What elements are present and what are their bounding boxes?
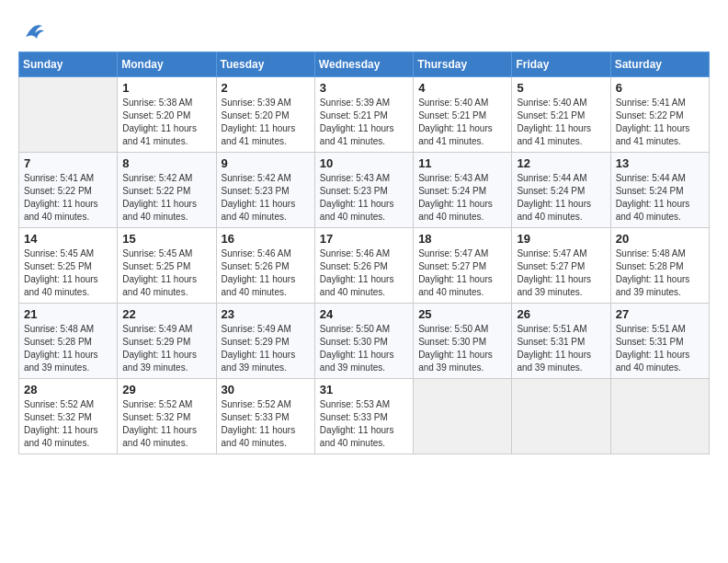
logo [18,18,46,44]
calendar-cell [610,379,709,454]
calendar-cell: 28Sunrise: 5:52 AM Sunset: 5:32 PM Dayli… [19,379,118,454]
day-number: 12 [517,156,605,170]
day-number: 28 [24,383,112,396]
day-info: Sunrise: 5:39 AM Sunset: 5:20 PM Dayligh… [222,97,310,148]
calendar-cell [19,77,118,153]
day-number: 4 [418,81,506,95]
day-number: 26 [517,307,605,321]
day-info: Sunrise: 5:39 AM Sunset: 5:21 PM Dayligh… [320,97,408,148]
calendar-cell: 12Sunrise: 5:44 AM Sunset: 5:24 PM Dayli… [512,153,610,228]
day-number: 21 [24,307,112,321]
calendar-cell: 20Sunrise: 5:48 AM Sunset: 5:28 PM Dayli… [610,228,709,304]
day-number: 27 [616,307,704,321]
day-info: Sunrise: 5:41 AM Sunset: 5:22 PM Dayligh… [616,97,704,148]
logo-icon [20,18,46,44]
day-info: Sunrise: 5:40 AM Sunset: 5:21 PM Dayligh… [418,97,506,148]
day-info: Sunrise: 5:38 AM Sunset: 5:20 PM Dayligh… [122,97,210,148]
calendar-cell: 13Sunrise: 5:44 AM Sunset: 5:24 PM Dayli… [610,153,709,228]
calendar-cell: 21Sunrise: 5:48 AM Sunset: 5:28 PM Dayli… [19,304,118,379]
day-info: Sunrise: 5:52 AM Sunset: 5:33 PM Dayligh… [222,398,310,450]
day-info: Sunrise: 5:47 AM Sunset: 5:27 PM Dayligh… [418,247,506,299]
day-info: Sunrise: 5:50 AM Sunset: 5:30 PM Dayligh… [320,323,408,374]
calendar-cell: 9Sunrise: 5:42 AM Sunset: 5:23 PM Daylig… [216,153,314,228]
day-number: 3 [320,81,408,95]
day-info: Sunrise: 5:47 AM Sunset: 5:27 PM Dayligh… [517,247,605,299]
day-number: 23 [222,307,310,321]
day-info: Sunrise: 5:43 AM Sunset: 5:24 PM Dayligh… [418,172,506,224]
day-info: Sunrise: 5:41 AM Sunset: 5:22 PM Dayligh… [24,172,112,224]
day-info: Sunrise: 5:40 AM Sunset: 5:21 PM Dayligh… [517,97,605,148]
day-number: 9 [222,156,310,170]
calendar-week-row: 7Sunrise: 5:41 AM Sunset: 5:22 PM Daylig… [19,153,710,228]
day-number: 8 [122,156,210,170]
day-info: Sunrise: 5:46 AM Sunset: 5:26 PM Dayligh… [222,247,310,299]
calendar-week-row: 21Sunrise: 5:48 AM Sunset: 5:28 PM Dayli… [19,304,710,379]
calendar-cell: 4Sunrise: 5:40 AM Sunset: 5:21 PM Daylig… [414,77,512,153]
day-info: Sunrise: 5:49 AM Sunset: 5:29 PM Dayligh… [222,323,310,374]
day-number: 15 [122,232,210,246]
calendar-week-row: 28Sunrise: 5:52 AM Sunset: 5:32 PM Dayli… [19,379,710,454]
day-info: Sunrise: 5:53 AM Sunset: 5:33 PM Dayligh… [320,398,408,450]
weekday-header-thursday: Thursday [414,52,512,77]
calendar-cell: 17Sunrise: 5:46 AM Sunset: 5:26 PM Dayli… [314,228,413,304]
day-info: Sunrise: 5:50 AM Sunset: 5:30 PM Dayligh… [418,323,506,374]
weekday-header-friday: Friday [512,52,610,77]
day-info: Sunrise: 5:48 AM Sunset: 5:28 PM Dayligh… [616,247,704,299]
calendar-cell: 6Sunrise: 5:41 AM Sunset: 5:22 PM Daylig… [610,77,709,153]
calendar-week-row: 1Sunrise: 5:38 AM Sunset: 5:20 PM Daylig… [19,77,710,153]
day-number: 29 [122,383,210,396]
calendar-cell: 10Sunrise: 5:43 AM Sunset: 5:23 PM Dayli… [314,153,413,228]
calendar-cell: 11Sunrise: 5:43 AM Sunset: 5:24 PM Dayli… [414,153,512,228]
day-number: 13 [616,156,704,170]
day-info: Sunrise: 5:45 AM Sunset: 5:25 PM Dayligh… [122,247,210,299]
calendar-cell: 27Sunrise: 5:51 AM Sunset: 5:31 PM Dayli… [610,304,709,379]
day-info: Sunrise: 5:49 AM Sunset: 5:29 PM Dayligh… [122,323,210,374]
calendar-cell: 14Sunrise: 5:45 AM Sunset: 5:25 PM Dayli… [19,228,118,304]
day-number: 11 [418,156,506,170]
page-header [18,18,710,44]
day-number: 17 [320,232,408,246]
calendar-cell: 30Sunrise: 5:52 AM Sunset: 5:33 PM Dayli… [216,379,314,454]
calendar-cell: 3Sunrise: 5:39 AM Sunset: 5:21 PM Daylig… [314,77,413,153]
day-number: 30 [222,383,310,396]
day-number: 2 [222,81,310,95]
calendar-cell: 15Sunrise: 5:45 AM Sunset: 5:25 PM Dayli… [118,228,216,304]
day-info: Sunrise: 5:48 AM Sunset: 5:28 PM Dayligh… [24,323,112,374]
day-number: 20 [616,232,704,246]
calendar-cell: 29Sunrise: 5:52 AM Sunset: 5:32 PM Dayli… [118,379,216,454]
day-number: 14 [24,232,112,246]
day-info: Sunrise: 5:46 AM Sunset: 5:26 PM Dayligh… [320,247,408,299]
day-number: 6 [616,81,704,95]
calendar-cell: 18Sunrise: 5:47 AM Sunset: 5:27 PM Dayli… [414,228,512,304]
weekday-header-tuesday: Tuesday [216,52,314,77]
day-info: Sunrise: 5:45 AM Sunset: 5:25 PM Dayligh… [24,247,112,299]
day-number: 31 [320,383,408,396]
calendar-cell: 16Sunrise: 5:46 AM Sunset: 5:26 PM Dayli… [216,228,314,304]
day-number: 7 [24,156,112,170]
day-number: 10 [320,156,408,170]
day-number: 16 [222,232,310,246]
day-number: 18 [418,232,506,246]
calendar-cell: 1Sunrise: 5:38 AM Sunset: 5:20 PM Daylig… [118,77,216,153]
calendar-cell: 25Sunrise: 5:50 AM Sunset: 5:30 PM Dayli… [414,304,512,379]
weekday-header-sunday: Sunday [19,52,118,77]
calendar-cell: 2Sunrise: 5:39 AM Sunset: 5:20 PM Daylig… [216,77,314,153]
calendar-table: SundayMondayTuesdayWednesdayThursdayFrid… [18,52,710,454]
calendar-cell: 26Sunrise: 5:51 AM Sunset: 5:31 PM Dayli… [512,304,610,379]
day-info: Sunrise: 5:43 AM Sunset: 5:23 PM Dayligh… [320,172,408,224]
weekday-header-monday: Monday [118,52,216,77]
weekday-header-saturday: Saturday [610,52,709,77]
day-info: Sunrise: 5:44 AM Sunset: 5:24 PM Dayligh… [517,172,605,224]
day-number: 25 [418,307,506,321]
calendar-cell: 8Sunrise: 5:42 AM Sunset: 5:22 PM Daylig… [118,153,216,228]
day-info: Sunrise: 5:42 AM Sunset: 5:23 PM Dayligh… [222,172,310,224]
calendar-cell: 22Sunrise: 5:49 AM Sunset: 5:29 PM Dayli… [118,304,216,379]
day-info: Sunrise: 5:52 AM Sunset: 5:32 PM Dayligh… [122,398,210,450]
calendar-cell: 19Sunrise: 5:47 AM Sunset: 5:27 PM Dayli… [512,228,610,304]
day-number: 19 [517,232,605,246]
weekday-header-row: SundayMondayTuesdayWednesdayThursdayFrid… [19,52,710,77]
day-number: 1 [122,81,210,95]
calendar-cell: 31Sunrise: 5:53 AM Sunset: 5:33 PM Dayli… [314,379,413,454]
calendar-cell: 24Sunrise: 5:50 AM Sunset: 5:30 PM Dayli… [314,304,413,379]
calendar-cell: 7Sunrise: 5:41 AM Sunset: 5:22 PM Daylig… [19,153,118,228]
